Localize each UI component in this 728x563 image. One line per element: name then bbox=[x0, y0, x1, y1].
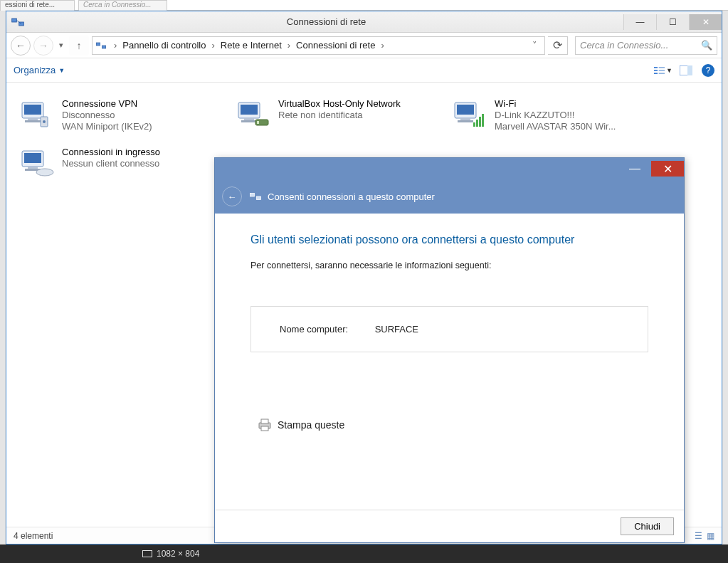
forward-button[interactable]: → bbox=[33, 36, 53, 56]
connection-item-incoming[interactable]: Connessioni in ingresso Nessun client co… bbox=[14, 142, 227, 185]
wifi-icon bbox=[450, 98, 489, 132]
svg-rect-32 bbox=[482, 114, 484, 127]
background-tab-strip: essioni di rete... Cerca in Connessio... bbox=[0, 0, 728, 11]
connection-name: Connessioni in ingresso bbox=[62, 147, 160, 157]
svg-rect-12 bbox=[687, 65, 692, 75]
os-taskbar-fragment: 1082 × 804 bbox=[0, 544, 728, 563]
incoming-connections-dialog: — ✕ ← Consenti connessioni a questo comp… bbox=[214, 157, 685, 543]
svg-rect-7 bbox=[654, 73, 658, 74]
vpn-icon bbox=[18, 98, 56, 132]
dialog-subtext: Per connettersi, saranno necessarie le i… bbox=[250, 261, 648, 270]
svg-rect-38 bbox=[250, 194, 255, 197]
svg-point-18 bbox=[43, 120, 46, 123]
svg-rect-29 bbox=[473, 122, 475, 127]
back-button[interactable]: ← bbox=[11, 36, 31, 56]
address-bar[interactable]: › Pannello di controllo › Rete e Interne… bbox=[92, 36, 545, 55]
dialog-header-text: Consenti connessioni a questo computer bbox=[268, 191, 435, 202]
nav-row: ← → ▾ ↑ › Pannello di controllo › Rete e… bbox=[6, 33, 722, 58]
print-link-text: Stampa queste bbox=[278, 419, 344, 431]
view-options-button[interactable]: ▼ bbox=[653, 62, 673, 79]
svg-rect-31 bbox=[479, 117, 481, 127]
minimize-button[interactable]: — bbox=[623, 14, 656, 30]
dialog-back-button[interactable]: ← bbox=[222, 186, 242, 206]
history-dropdown[interactable]: ▾ bbox=[59, 41, 63, 50]
maximize-button[interactable]: ☐ bbox=[656, 14, 689, 30]
incoming-icon bbox=[18, 147, 56, 181]
address-dropdown[interactable]: ˅ bbox=[528, 40, 542, 51]
up-button[interactable]: ↑ bbox=[69, 36, 89, 56]
svg-point-37 bbox=[36, 169, 53, 176]
connection-status: Nessun client connesso bbox=[62, 158, 160, 169]
svg-rect-30 bbox=[476, 120, 478, 127]
connection-item-vpn[interactable]: Connessione VPN Disconnesso WAN Miniport… bbox=[14, 94, 227, 137]
svg-rect-10 bbox=[659, 73, 665, 74]
computer-name-label: Nome computer: bbox=[280, 324, 372, 335]
dimensions-icon bbox=[142, 550, 152, 557]
organize-menu[interactable]: Organizza▼ bbox=[14, 65, 65, 75]
svg-rect-16 bbox=[25, 120, 41, 122]
svg-rect-35 bbox=[28, 167, 38, 169]
search-placeholder: Cerca in Connessio... bbox=[580, 40, 668, 51]
dialog-header: ← Consenti connessioni a questo computer bbox=[215, 179, 684, 214]
details-view-icon[interactable]: ☰ bbox=[695, 531, 702, 541]
network-center-icon bbox=[11, 15, 25, 29]
breadcrumb-item[interactable]: Pannello di controllo bbox=[121, 40, 207, 51]
svg-rect-34 bbox=[24, 153, 41, 163]
connection-status: D-Link KAZZUTO!!! bbox=[495, 110, 616, 120]
toolbar: Organizza▼ ▼ ? bbox=[6, 58, 722, 83]
svg-rect-20 bbox=[241, 105, 258, 115]
breadcrumb-item[interactable]: Connessioni di rete bbox=[295, 40, 376, 51]
svg-rect-6 bbox=[654, 70, 658, 71]
svg-rect-39 bbox=[257, 196, 261, 200]
window-title: Connessioni di rete bbox=[29, 16, 623, 27]
dialog-heading: Gli utenti selezionati possono ora conne… bbox=[250, 233, 648, 246]
svg-rect-42 bbox=[261, 426, 268, 431]
svg-rect-24 bbox=[257, 121, 259, 124]
svg-rect-0 bbox=[12, 19, 17, 22]
svg-rect-14 bbox=[24, 105, 41, 115]
help-button[interactable]: ? bbox=[702, 64, 714, 77]
tiles-view-icon[interactable]: ▦ bbox=[707, 531, 714, 541]
network-center-icon bbox=[95, 40, 107, 51]
connection-status: Rete non identificata bbox=[278, 110, 401, 120]
svg-rect-28 bbox=[458, 120, 473, 122]
svg-rect-15 bbox=[28, 118, 38, 120]
close-button[interactable]: ✕ bbox=[689, 14, 722, 30]
preview-pane-button[interactable] bbox=[676, 62, 696, 79]
printer-icon bbox=[258, 419, 272, 431]
svg-rect-21 bbox=[244, 118, 254, 120]
connection-item-wifi[interactable]: Wi-Fi D-Link KAZZUTO!!! Marvell AVASTAR … bbox=[446, 94, 660, 137]
svg-rect-27 bbox=[460, 118, 470, 120]
dialog-body: Gli utenti selezionati possono ora conne… bbox=[215, 214, 684, 510]
dialog-footer: Chiudi bbox=[215, 510, 684, 542]
svg-rect-3 bbox=[96, 43, 100, 46]
search-icon: 🔍 bbox=[701, 40, 712, 51]
dialog-minimize-button[interactable]: — bbox=[618, 161, 651, 177]
connection-name: Connessione VPN bbox=[62, 98, 152, 109]
connection-name: Wi-Fi bbox=[495, 98, 616, 109]
search-input[interactable]: Cerca in Connessio... 🔍 bbox=[575, 36, 717, 55]
connection-device: Marvell AVASTAR 350N Wir... bbox=[495, 121, 616, 132]
svg-rect-8 bbox=[659, 66, 665, 68]
connection-name: VirtualBox Host-Only Network bbox=[278, 98, 401, 109]
dialog-titlebar[interactable]: — ✕ bbox=[215, 158, 684, 179]
network-center-icon bbox=[249, 190, 262, 203]
titlebar[interactable]: Connessioni di rete — ☐ ✕ bbox=[6, 11, 722, 33]
ethernet-icon bbox=[234, 98, 273, 132]
dialog-close-button[interactable]: ✕ bbox=[651, 161, 684, 177]
item-count: 4 elementi bbox=[14, 531, 53, 541]
svg-rect-41 bbox=[261, 419, 268, 423]
print-link[interactable]: Stampa queste bbox=[258, 419, 344, 431]
bg-tab-2: Cerca in Connessio... bbox=[78, 0, 167, 11]
svg-rect-22 bbox=[241, 120, 257, 122]
image-dimensions: 1082 × 804 bbox=[157, 549, 199, 559]
connection-item-virtualbox[interactable]: VirtualBox Host-Only Network Rete non id… bbox=[230, 94, 443, 137]
svg-rect-9 bbox=[659, 70, 665, 71]
breadcrumb-item[interactable]: Rete e Internet bbox=[219, 40, 283, 51]
svg-rect-26 bbox=[457, 105, 474, 115]
computer-info-box: Nome computer: SURFACE bbox=[250, 306, 648, 352]
connection-device: WAN Miniport (IKEv2) bbox=[62, 121, 152, 132]
refresh-button[interactable]: ⟳ bbox=[548, 36, 568, 55]
close-dialog-button[interactable]: Chiudi bbox=[621, 517, 674, 535]
svg-rect-5 bbox=[654, 66, 658, 68]
